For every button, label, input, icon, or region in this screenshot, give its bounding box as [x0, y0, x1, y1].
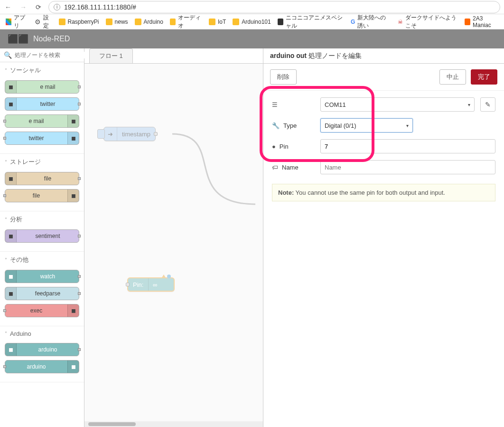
output-port — [78, 235, 81, 237]
pin-label: ●Pin — [272, 143, 315, 150]
palette-node[interactable]: ◼arduino — [5, 343, 79, 356]
node-icon: ◼ — [67, 304, 79, 317]
category-header[interactable]: ソーシャル — [0, 62, 84, 78]
note-text: You cannot use the same pin for both out… — [294, 189, 445, 196]
bookmark-folder[interactable]: IoT — [209, 19, 226, 25]
node-icon: ◼ — [5, 98, 17, 110]
bookmark-folder[interactable]: Arduino — [135, 19, 163, 25]
category-header[interactable]: その他 — [0, 252, 84, 268]
palette-node[interactable]: ◼watch — [5, 270, 79, 283]
port-select[interactable]: COM11 — [320, 97, 475, 112]
name-input[interactable] — [320, 160, 495, 174]
node-icon: ◼ — [67, 190, 79, 202]
bookmark-label: 設定 — [43, 14, 52, 30]
field-name: 🏷Name — [272, 160, 495, 174]
cancel-button[interactable]: 中止 — [439, 69, 466, 85]
inject-button-port[interactable] — [97, 129, 105, 139]
arduino-out-node[interactable]: Pin: ∞ — [127, 277, 175, 292]
input-port — [3, 365, 6, 368]
edit-panel: arduino out 処理ノードを編集 削除 中止 完了 ☰ COM11 ✎ … — [263, 48, 504, 427]
app-title: Node-RED — [33, 35, 70, 43]
node-label: twitter — [5, 135, 67, 142]
edit-form: ☰ COM11 ✎ 🔧Type Digital (0/1) ●Pin 🏷Name… — [263, 91, 504, 208]
input-port — [3, 120, 6, 123]
bookmark-settings[interactable]: ⚙設定 — [35, 14, 52, 30]
node-icon: ◼ — [5, 343, 17, 356]
timestamp-node[interactable]: ➜ timestamp — [103, 127, 156, 141]
palette-node[interactable]: file◼ — [5, 189, 79, 202]
bookmark-label: news — [115, 19, 128, 25]
node-label: e mail — [17, 84, 79, 90]
palette-search[interactable]: 🔍 — [0, 48, 84, 62]
node-label: watch — [17, 273, 79, 280]
palette-node[interactable]: e mail◼ — [5, 114, 79, 128]
palette-node[interactable]: ◼feedparse — [5, 287, 79, 300]
palette-node[interactable]: ◼e mail — [5, 80, 79, 94]
port-value: COM11 — [325, 101, 346, 108]
back-button[interactable]: ← — [4, 3, 12, 11]
palette-node[interactable]: ◼file — [5, 172, 79, 185]
reload-button[interactable]: ⟳ — [34, 3, 43, 11]
category-header[interactable]: 分析 — [0, 211, 84, 228]
palette-node[interactable]: ◼twitter — [5, 97, 79, 111]
bookmark-link[interactable]: G新大陸への誘い — [351, 14, 391, 30]
field-pin: ●Pin — [272, 139, 495, 153]
category-header[interactable]: Arduino — [0, 326, 84, 341]
address-bar[interactable]: i 192.168.111.111:1880/# — [48, 1, 500, 13]
node-status-icons — [161, 275, 171, 278]
bookmark-label: ニコニコアニメスペシャル — [286, 14, 344, 30]
blog-icon — [465, 19, 470, 25]
search-icon: 🔍 — [4, 51, 12, 59]
category-body: ◼sentiment — [0, 228, 84, 251]
flow-tab[interactable]: フロー 1 — [89, 48, 133, 63]
bookmark-folder[interactable]: オーディオ — [170, 14, 202, 30]
palette-node[interactable]: ◼sentiment — [5, 229, 79, 243]
bookmark-label: ダークサイドへようこそ — [405, 14, 458, 30]
palette-node[interactable]: arduino◼ — [5, 360, 79, 373]
panel-title: arduino out 処理ノードを編集 — [263, 48, 504, 64]
bookmark-link[interactable]: ☠ダークサイドへようこそ — [398, 14, 458, 30]
input-port[interactable] — [126, 283, 130, 286]
bookmark-label: オーディオ — [178, 14, 202, 30]
flow-canvas[interactable]: ➜ timestamp Pin: ∞ — [84, 64, 263, 421]
bookmark-link[interactable]: 2A3 Maniac — [465, 15, 498, 28]
output-port — [78, 177, 81, 180]
node-icon: ◼ — [5, 81, 17, 93]
node-label: arduino — [17, 346, 79, 353]
delete-button[interactable]: 削除 — [270, 69, 297, 85]
flow-tabs: フロー 1 — [84, 48, 263, 64]
canvas-hscrollbar[interactable] — [84, 421, 263, 427]
search-input[interactable] — [15, 52, 86, 58]
category-header[interactable]: ストレージ — [0, 154, 84, 170]
node-type-name: arduino out — [270, 52, 307, 59]
warning-icon — [161, 275, 166, 278]
edit-config-button[interactable]: ✎ — [480, 97, 495, 112]
output-port — [78, 103, 81, 105]
bookmark-label: Arduino101 — [242, 19, 271, 25]
node-icon: ◼ — [67, 361, 79, 373]
bookmark-folder[interactable]: RaspberryPi — [59, 19, 99, 25]
node-icon: ◼ — [5, 270, 17, 283]
node-icon: ◼ — [5, 287, 17, 300]
category-body: ◼watch◼feedparseexec◼ — [0, 268, 84, 326]
type-select[interactable]: Digital (0/1) — [320, 118, 413, 133]
folder-icon — [233, 19, 239, 25]
form-note: Note: You cannot use the same pin for bo… — [272, 184, 495, 201]
input-port — [3, 194, 6, 197]
palette-node[interactable]: twitter◼ — [5, 132, 79, 145]
palette-node[interactable]: exec◼ — [5, 304, 79, 317]
pin-input[interactable] — [320, 139, 495, 153]
output-port[interactable] — [154, 132, 158, 136]
bookmark-link[interactable]: ニコニコアニメスペシャル — [278, 14, 344, 30]
bookmark-folder[interactable]: Arduino101 — [233, 19, 271, 25]
category-body: ◼e mail◼twittere mail◼twitter◼ — [0, 78, 84, 153]
forward-button[interactable]: → — [19, 3, 28, 11]
bookmark-apps[interactable]: アプリ — [6, 14, 28, 30]
node-icon: ◼ — [5, 172, 17, 185]
tag-icon: 🏷 — [272, 164, 278, 171]
palette-category: 分析◼sentiment — [0, 211, 84, 252]
palette-category: ソーシャル◼e mail◼twittere mail◼twitter◼ — [0, 62, 84, 154]
bookmark-folder[interactable]: news — [106, 19, 128, 25]
output-port — [78, 85, 81, 88]
done-button[interactable]: 完了 — [471, 69, 497, 85]
